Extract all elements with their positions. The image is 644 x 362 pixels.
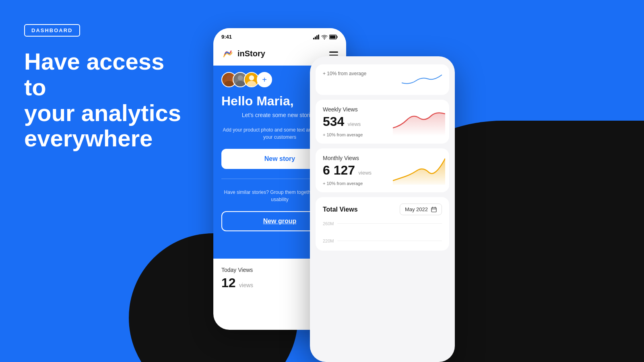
battery-icon — [329, 35, 338, 39]
top-partial-chart-area — [402, 71, 442, 91]
svg-rect-2 — [316, 35, 318, 39]
today-views-number: 12 — [221, 276, 236, 290]
monthly-views-number: 6 127 — [323, 163, 355, 177]
total-views-label: Total Views — [323, 206, 358, 213]
y-axis-area: 260M 220M — [323, 220, 442, 244]
today-views-unit: views — [239, 282, 253, 288]
monthly-chart-area — [393, 152, 445, 185]
svg-rect-16 — [431, 208, 436, 212]
date-value: May 2022 — [405, 206, 428, 212]
status-icons — [313, 35, 338, 39]
weekly-views-number: 534 — [323, 114, 344, 129]
monthly-views-unit: views — [359, 170, 372, 176]
wifi-icon — [321, 35, 328, 39]
status-bar: 9:41 — [213, 28, 346, 43]
phones-area: 9:41 — [193, 12, 616, 362]
menu-icon[interactable] — [329, 51, 338, 56]
y-axis-row-220: 220M — [323, 237, 442, 244]
signal-icon — [313, 35, 320, 39]
left-panel: DASHBOARD Have access to your analytics … — [0, 0, 209, 362]
y-axis-row-260: 260M — [323, 220, 442, 227]
weekly-views-card: Weekly Views 534 views — [316, 100, 449, 144]
calendar-icon — [431, 207, 437, 212]
svg-rect-0 — [313, 38, 314, 39]
chart-space — [323, 228, 442, 236]
date-picker[interactable]: May 2022 — [400, 204, 442, 215]
weekly-chart-area — [393, 104, 445, 136]
instory-logo: inStory — [221, 47, 265, 60]
y-label-220: 220M — [323, 239, 334, 243]
total-views-section: Total Views May 2022 — [316, 197, 449, 251]
svg-rect-3 — [318, 35, 319, 39]
monthly-views-card: Monthly Views 6 127 views — [316, 148, 449, 192]
total-views-header: Total Views May 2022 — [323, 204, 442, 215]
top-partial-card: + 10% from average — [316, 64, 449, 95]
svg-point-11 — [238, 75, 243, 80]
phone-front: + 10% from average Weekly Views 534 view… — [310, 56, 455, 362]
svg-point-10 — [224, 81, 233, 86]
main-title: Have access to your analytics everywhere — [24, 49, 185, 151]
avatar-add[interactable]: + — [257, 72, 272, 87]
svg-point-12 — [235, 81, 245, 86]
svg-rect-1 — [315, 37, 316, 39]
svg-point-4 — [324, 39, 325, 39]
weekly-views-unit: views — [348, 121, 361, 127]
svg-point-9 — [227, 75, 232, 80]
time: 9:41 — [221, 34, 232, 40]
logo-icon — [221, 47, 234, 60]
svg-point-14 — [249, 75, 254, 80]
svg-rect-6 — [337, 36, 338, 38]
analytics-scroll: + 10% from average Weekly Views 534 view… — [310, 60, 455, 255]
top-from-average: + 10% from average — [323, 71, 366, 76]
y-label-260: 260M — [323, 221, 334, 226]
svg-rect-7 — [330, 35, 336, 38]
dashboard-badge: DASHBOARD — [24, 24, 80, 37]
